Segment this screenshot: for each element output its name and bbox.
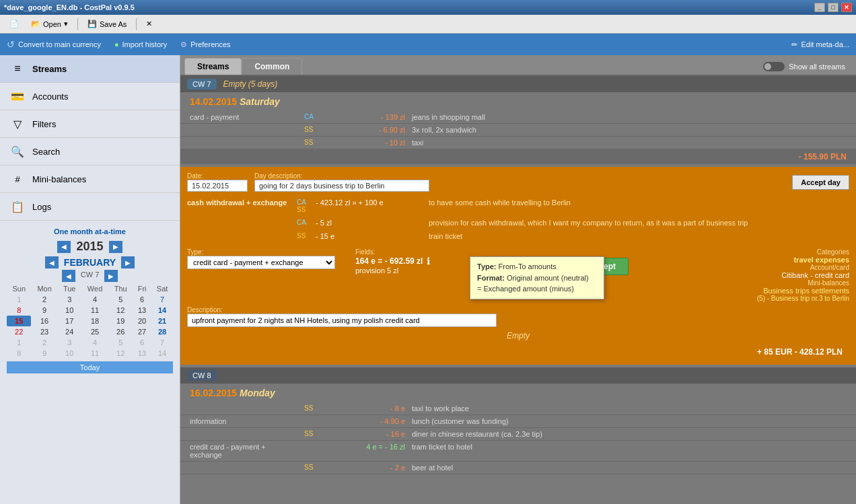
cal-day[interactable]: 24 [58, 326, 81, 337]
cal-day[interactable]: 11 [81, 305, 109, 316]
cal-day-today[interactable]: 15 [7, 316, 31, 326]
cal-day[interactable]: 8 [7, 348, 31, 359]
cal-day[interactable]: 25 [81, 326, 109, 337]
cal-day[interactable]: 10 [58, 305, 81, 316]
open-menu[interactable]: 📂 Open ▾ [26, 17, 73, 30]
cal-day[interactable]: 20 [133, 316, 151, 326]
cal-day[interactable]: 1 [7, 294, 31, 305]
cw8-badge: CW 8 [187, 370, 217, 381]
toolbar: ↺ Convert to main currency ● Import hist… [0, 34, 856, 55]
cal-day[interactable]: 23 [31, 326, 57, 337]
orange-entry-1: cash withdrawal + exchange CA SS - 423.1… [187, 196, 849, 216]
prev-cw-button[interactable]: ◀ [62, 270, 75, 282]
next-cw-button[interactable]: ▶ [104, 270, 118, 282]
saveas-menu[interactable]: 💾 Save As [82, 17, 132, 30]
save-icon: 💾 [87, 20, 97, 28]
sidebar-item-streams[interactable]: ≡ Streams [0, 55, 180, 83]
cal-day[interactable]: 28 [151, 326, 173, 337]
cal-day[interactable]: 9 [31, 305, 57, 316]
cal-day[interactable]: 3 [58, 294, 81, 305]
orange-ca-ss: CA SS [297, 199, 310, 213]
cal-day[interactable]: 16 [31, 316, 57, 326]
cal-day[interactable]: 12 [108, 348, 133, 359]
cal-day[interactable]: 26 [108, 326, 133, 337]
day-14feb-header: 14.02.2015 Saturday [180, 92, 856, 111]
cal-day[interactable]: 10 [58, 348, 81, 359]
today-button[interactable]: Today [7, 361, 173, 373]
edit-label: Edit meta-da... [801, 40, 849, 48]
cal-day[interactable]: 4 [81, 337, 109, 348]
calendar-month: FEBRUARY [64, 257, 116, 268]
next-month-button[interactable]: ▶ [121, 256, 135, 268]
type-select[interactable]: credit card - payment + exchange [187, 256, 335, 269]
cal-day[interactable]: 21 [151, 316, 173, 326]
info-icon[interactable]: ℹ [427, 256, 430, 266]
cal-day[interactable]: 19 [108, 316, 133, 326]
date-input[interactable] [187, 180, 248, 192]
next-year-button[interactable]: ▶ [109, 241, 122, 253]
orange-entry-amount2: - 5 zl [316, 219, 423, 227]
cal-day[interactable]: 13 [133, 348, 151, 359]
menu-sep1 [77, 18, 78, 30]
import-history-button[interactable]: ● Import history [114, 40, 167, 48]
preferences-button[interactable]: ⚙ Preferences [180, 40, 230, 49]
close-menu[interactable]: ✕ [141, 17, 157, 30]
prev-year-button[interactable]: ◀ [57, 241, 71, 253]
toggle-switch-icon[interactable] [763, 62, 785, 71]
sidebar-item-search[interactable]: 🔍 Search [0, 138, 180, 166]
cal-day[interactable]: 18 [81, 316, 109, 326]
content-area: Streams Common Show all streams CW 7 Emp… [180, 55, 856, 504]
minimize-button[interactable]: _ [814, 3, 825, 12]
ca-label2: CA [297, 219, 310, 226]
cal-day[interactable]: 7 [151, 337, 173, 348]
new-menu[interactable]: 📄 [4, 17, 24, 30]
orange-entry-desc2: provision for cash withdrawal, which I w… [429, 219, 849, 227]
cal-day[interactable]: 3 [58, 337, 81, 348]
show-all-streams-toggle[interactable]: Show all streams [763, 62, 845, 71]
cal-day[interactable]: 5 [108, 337, 133, 348]
cal-day[interactable]: 4 [81, 294, 109, 305]
cal-day[interactable]: 22 [7, 326, 31, 337]
cal-day[interactable]: 27 [133, 326, 151, 337]
cal-day[interactable]: 2 [31, 337, 57, 348]
cal-day[interactable]: 9 [31, 348, 57, 359]
convert-currency-button[interactable]: ↺ Convert to main currency [7, 39, 101, 50]
sidebar: ≡ Streams 💳 Accounts ▽ Filters 🔍 Search … [0, 55, 180, 504]
tab-common[interactable]: Common [242, 58, 302, 75]
travel-expenses-label: travel expenses [635, 256, 849, 264]
edit-meta-button[interactable]: ✏ Edit meta-da... [791, 40, 849, 49]
prev-month-button[interactable]: ◀ [45, 256, 59, 268]
cal-day[interactable]: 1 [7, 337, 31, 348]
logs-icon: 📋 [9, 199, 26, 215]
cal-day[interactable]: 13 [133, 305, 151, 316]
tab-streams[interactable]: Streams [184, 58, 242, 75]
cal-day[interactable]: 11 [81, 348, 109, 359]
orange-day-section: Date: Day description: Accept day cash w… [180, 167, 856, 365]
provision-label: provision [355, 266, 385, 275]
tooltip-type-label: Type: [477, 262, 497, 271]
daydesc-input[interactable] [254, 180, 429, 192]
cal-day[interactable]: 7 [151, 294, 173, 305]
cal-day[interactable]: 2 [31, 294, 57, 305]
close-button[interactable]: ✕ [841, 3, 852, 12]
sidebar-item-accounts[interactable]: 💳 Accounts [0, 83, 180, 110]
sidebar-item-logs[interactable]: 📋 Logs [0, 193, 180, 221]
cal-day[interactable]: 8 [7, 305, 31, 316]
ca-label: CA [297, 199, 310, 206]
saveas-label: Save As [100, 20, 127, 28]
cal-day[interactable]: 12 [108, 305, 133, 316]
accept-day-button[interactable]: Accept day [792, 175, 849, 190]
cal-day[interactable]: 5 [108, 294, 133, 305]
maximize-button[interactable]: □ [828, 3, 839, 12]
sidebar-item-filters[interactable]: ▽ Filters [0, 110, 180, 138]
day-16feb-header: 16.02.2015 Monday [180, 384, 856, 402]
cal-day[interactable]: 17 [58, 316, 81, 326]
desc-input[interactable] [187, 314, 497, 327]
cal-day[interactable]: 14 [151, 305, 173, 316]
title-bar: *dave_google_EN.db - CostPal v0.9.5 _ □ … [0, 0, 856, 15]
cal-day[interactable]: 6 [133, 294, 151, 305]
sidebar-item-mini-balances[interactable]: # Mini-balances [0, 166, 180, 193]
logs-label: Logs [32, 202, 51, 212]
cal-day[interactable]: 6 [133, 337, 151, 348]
cal-day[interactable]: 14 [151, 348, 173, 359]
